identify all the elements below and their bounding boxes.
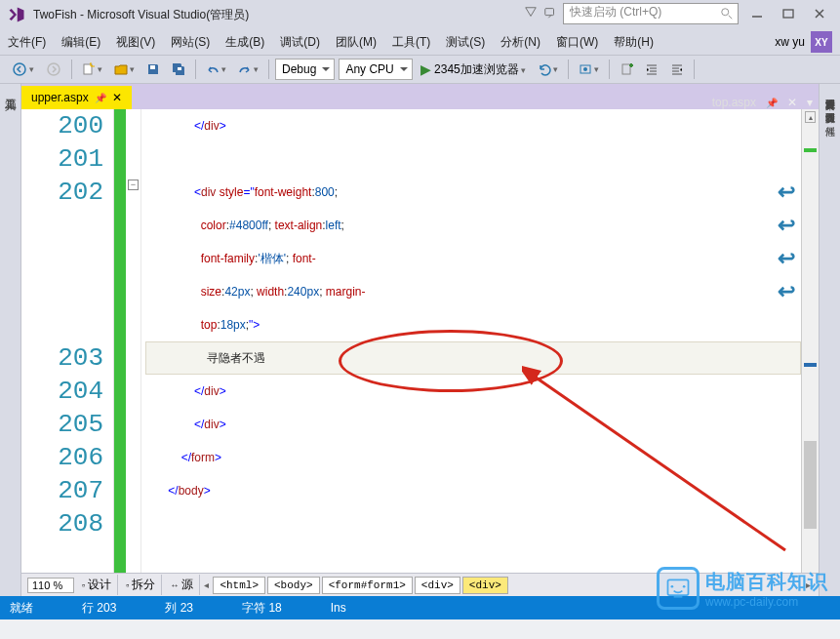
scrollbar-thumb[interactable] <box>804 441 817 529</box>
menu-edit[interactable]: 编辑(E) <box>61 34 100 51</box>
change-marker-bar <box>114 109 126 573</box>
indent-button[interactable] <box>641 60 662 78</box>
right-rail: 解决方案资源管理器 团队资源管理器 属性 <box>819 84 840 596</box>
team-explorer-tab[interactable]: 团队资源管理器 <box>821 101 839 109</box>
outlining-column[interactable]: − <box>126 109 141 573</box>
menu-test[interactable]: 测试(S) <box>446 34 485 51</box>
save-all-button[interactable] <box>168 60 189 78</box>
status-ready: 就绪 <box>10 600 33 617</box>
menubar: 文件(F) 编辑(E) 视图(V) 网站(S) 生成(B) 调试(D) 团队(M… <box>0 29 840 55</box>
split-view-button[interactable]: ▫拆分 <box>120 575 162 595</box>
minimize-button[interactable] <box>744 3 770 24</box>
platform-dropdown[interactable]: Any CPU <box>339 59 412 80</box>
nav-forward-button[interactable] <box>42 60 65 79</box>
breadcrumb-left[interactable]: ◂ <box>202 579 211 590</box>
svg-rect-0 <box>545 8 554 15</box>
menu-build[interactable]: 生成(B) <box>225 34 264 51</box>
close-tab-icon[interactable]: ✕ <box>112 91 122 104</box>
window-title: TwoFish - Microsoft Visual Studio(管理员) <box>33 7 249 23</box>
vs-logo-icon <box>8 6 25 23</box>
menu-help[interactable]: 帮助(H) <box>614 34 654 51</box>
menu-team[interactable]: 团队(M) <box>336 34 377 51</box>
zoom-input[interactable] <box>27 578 74 593</box>
close-button[interactable] <box>807 3 832 24</box>
main-area: 工具箱 upper.aspx 📌 ✕ top.aspx 📌 ✕ ▾ 200201… <box>0 84 840 596</box>
menu-debug[interactable]: 调试(D) <box>280 34 320 51</box>
tab-upper-aspx[interactable]: upper.aspx 📌 ✕ <box>21 86 132 109</box>
menu-tools[interactable]: 工具(T) <box>392 34 430 51</box>
toolbox-rail[interactable]: 工具箱 <box>0 84 21 596</box>
properties-tab[interactable]: 属性 <box>821 115 839 123</box>
user-name[interactable]: xw yu <box>775 35 805 49</box>
svg-point-9 <box>583 67 587 71</box>
save-button[interactable] <box>142 60 164 78</box>
new-file-button[interactable] <box>78 60 106 78</box>
line-number-gutter: 200201202203204205206207208 <box>21 109 114 573</box>
menu-website[interactable]: 网站(S) <box>171 34 210 51</box>
user-avatar[interactable]: XY <box>811 31 832 53</box>
config-dropdown[interactable]: Debug <box>275 59 335 80</box>
breadcrumb-form[interactable]: <form#form1> <box>322 577 413 594</box>
new-item-button[interactable] <box>616 60 637 78</box>
menu-file[interactable]: 文件(F) <box>8 34 46 51</box>
toolbar: Debug Any CPU ▶ 2345加速浏览器 <box>0 55 840 84</box>
status-column: 列 23 <box>165 600 193 617</box>
breadcrumb-body[interactable]: <body> <box>267 577 320 594</box>
titlebar: TwoFish - Microsoft Visual Studio(管理员) 快… <box>0 0 840 29</box>
outline-collapse-box[interactable]: − <box>128 180 139 190</box>
quick-launch-input[interactable]: 快速启动 (Ctrl+Q) <box>563 3 739 24</box>
breadcrumb-div1[interactable]: <div> <box>415 577 460 594</box>
pin-icon[interactable]: 📌 <box>766 98 778 108</box>
solution-explorer-tab[interactable]: 解决方案资源管理器 <box>821 88 839 96</box>
notification-icon[interactable] <box>524 6 538 22</box>
maximize-button[interactable] <box>776 3 801 24</box>
svg-rect-6 <box>150 65 155 69</box>
close-tab-icon[interactable]: ✕ <box>787 96 797 109</box>
open-file-button[interactable] <box>110 60 139 78</box>
statusbar: 就绪 行 203 列 23 字符 18 Ins <box>0 596 840 619</box>
status-ins: Ins <box>331 601 346 615</box>
status-line: 行 203 <box>82 600 116 617</box>
svg-rect-7 <box>178 67 181 70</box>
code-body[interactable]: </div> <div style="font-weight:800; ↩ co… <box>141 109 801 573</box>
svg-rect-2 <box>783 10 793 18</box>
breadcrumb-html[interactable]: <html> <box>213 577 265 594</box>
svg-point-4 <box>48 63 60 75</box>
status-char: 字符 18 <box>242 600 282 617</box>
svg-rect-10 <box>622 64 630 74</box>
design-view-button[interactable]: ▫设计 <box>76 575 118 595</box>
document-tabs: upper.aspx 📌 ✕ top.aspx 📌 ✕ ▾ <box>21 84 819 109</box>
editor-wrap: upper.aspx 📌 ✕ top.aspx 📌 ✕ ▾ 2002012022… <box>21 84 819 596</box>
menu-window[interactable]: 窗口(W) <box>556 34 598 51</box>
menu-view[interactable]: 视图(V) <box>116 34 155 51</box>
undo-button[interactable] <box>202 60 230 78</box>
menu-analyze[interactable]: 分析(N) <box>500 34 540 51</box>
quick-launch-placeholder: 快速启动 (Ctrl+Q) <box>570 5 661 19</box>
redo-button[interactable] <box>234 60 262 78</box>
nav-back-button[interactable] <box>8 60 38 79</box>
browser-refresh-button[interactable] <box>534 60 562 78</box>
browserlink-button[interactable] <box>575 60 603 78</box>
tab-top-aspx[interactable]: top.aspx <box>712 96 756 109</box>
pin-icon[interactable]: 📌 <box>95 93 106 103</box>
svg-point-1 <box>722 9 729 16</box>
feedback-icon[interactable] <box>543 6 557 22</box>
svg-point-3 <box>14 63 25 75</box>
dropdown-tabs-icon[interactable]: ▾ <box>807 96 813 109</box>
code-editor[interactable]: 200201202203204205206207208 − </div> <di… <box>21 109 819 573</box>
source-view-button[interactable]: ↔源 <box>164 575 200 595</box>
outdent-button[interactable] <box>666 60 688 78</box>
breadcrumb-div2[interactable]: <div> <box>462 577 508 594</box>
breadcrumb-right[interactable]: ▸ <box>804 579 813 590</box>
start-button[interactable]: ▶ 2345加速浏览器 <box>417 60 530 80</box>
vertical-scrollbar[interactable]: ▴ <box>801 109 819 573</box>
search-icon <box>720 7 734 23</box>
editor-footer: ▫设计 ▫拆分 ↔源 ◂ <html> <body> <form#form1> … <box>21 573 819 596</box>
